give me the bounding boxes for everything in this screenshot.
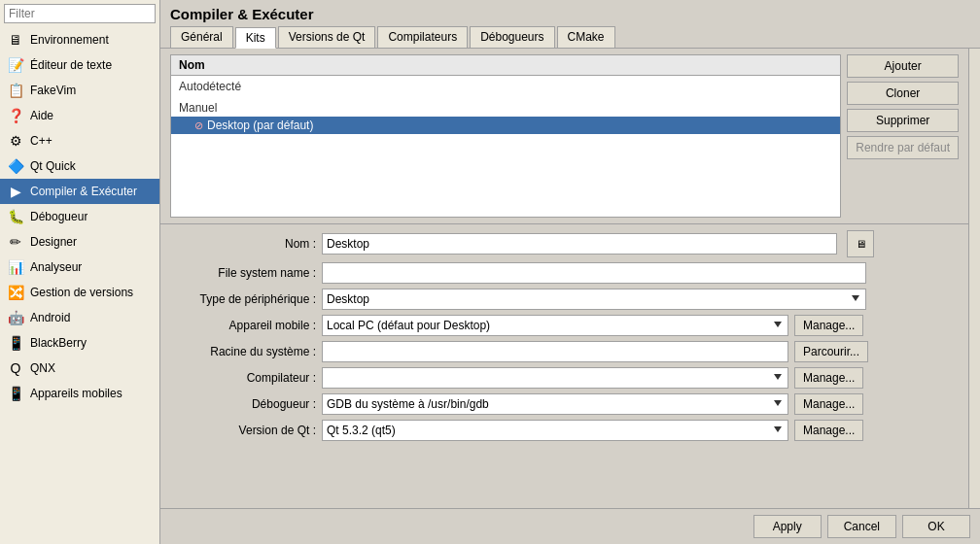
nom-input[interactable] — [322, 233, 837, 255]
sidebar-item-label: Android — [30, 311, 70, 324]
apply-button[interactable]: Apply — [753, 515, 822, 538]
ok-button[interactable]: OK — [902, 515, 970, 538]
panel-inner: Nom Autodétecté Manuel ⊘ Desktop (par dé… — [160, 49, 968, 508]
sidebar-item-label: FakeVim — [30, 84, 76, 97]
prop-row-compilateur: Compilateur : Manage... — [170, 367, 959, 389]
qtversion-select[interactable]: Qt 5.3.2 (qt5) — [322, 420, 788, 441]
sidebar-item-label: QNX — [30, 361, 55, 375]
cancel-button[interactable]: Cancel — [827, 515, 896, 538]
tab-kits[interactable]: Kits — [235, 27, 276, 49]
sidebar-icon: 🔷 — [6, 156, 25, 176]
prop-row-filesystem: File system name : — [170, 262, 959, 284]
sidebar-item-label: Éditeur de texte — [30, 58, 112, 72]
kit-group-autodetect: Autodétecté — [171, 76, 840, 97]
sidebar-item-label: Débogueur — [30, 210, 88, 223]
type-select[interactable]: Desktop — [322, 289, 866, 310]
racine-input[interactable] — [322, 341, 788, 362]
sidebar-icon: 🤖 — [6, 308, 25, 327]
sidebar-item-label: Analyseur — [30, 260, 82, 274]
sidebar-item-c++[interactable]: ⚙C++ — [0, 128, 159, 153]
kit-buttons: Ajouter Cloner Supprimer Rendre par défa… — [847, 54, 959, 218]
main-content: Compiler & Exécuter GénéralKitsVersions … — [160, 0, 980, 544]
sidebar-icon: 📊 — [6, 257, 25, 277]
sidebar-icon: 🔀 — [6, 283, 25, 302]
prop-label-filesystem: File system name : — [170, 266, 316, 280]
sidebar-icon: 📝 — [6, 55, 25, 75]
prop-label-debogueur: Débogueur : — [170, 397, 316, 411]
sidebar-item-qt-quick[interactable]: 🔷Qt Quick — [0, 153, 159, 179]
mobile-manage-button[interactable]: Manage... — [794, 315, 863, 336]
sidebar-item-appareils-mobiles[interactable]: 📱Appareils mobiles — [0, 381, 159, 406]
panel-with-scroll: Nom Autodétecté Manuel ⊘ Desktop (par dé… — [160, 49, 980, 508]
sidebar-icon: 📱 — [6, 333, 25, 353]
compilateur-select[interactable] — [322, 367, 788, 389]
tab-général[interactable]: Général — [170, 26, 233, 48]
qtversion-manage-button[interactable]: Manage... — [794, 420, 863, 441]
compilateur-manage-button[interactable]: Manage... — [794, 367, 863, 389]
sidebar-item-android[interactable]: 🤖Android — [0, 305, 159, 330]
ajouter-button[interactable]: Ajouter — [847, 54, 959, 78]
sidebar-item-fakevim[interactable]: 📋FakeVim — [0, 78, 159, 103]
tab-cmake[interactable]: CMake — [557, 26, 615, 48]
prop-label-racine: Racine du système : — [170, 345, 316, 358]
sidebar-item-aide[interactable]: ❓Aide — [0, 103, 159, 128]
kit-section: Nom Autodétecté Manuel ⊘ Desktop (par dé… — [160, 49, 968, 223]
sidebar-item-compiler-&-exécuter[interactable]: ▶Compiler & Exécuter — [0, 179, 159, 204]
sidebar-icon: ❓ — [6, 106, 25, 125]
sidebar-icon: 📱 — [6, 384, 25, 403]
debogueur-manage-button[interactable]: Manage... — [794, 393, 863, 415]
sidebar-icon: ⚙ — [6, 131, 25, 151]
scrollbar[interactable] — [968, 49, 980, 508]
nom-icon-button[interactable]: 🖥 — [847, 230, 874, 257]
sidebar-item-débogueur[interactable]: 🐛Débogueur — [0, 204, 159, 229]
prop-label-mobile: Appareil mobile : — [170, 319, 316, 332]
bottom-bar: Apply Cancel OK — [160, 508, 980, 544]
tab-versions-de-qt[interactable]: Versions de Qt — [278, 26, 376, 48]
sidebar-item-blackberry[interactable]: 📱BlackBerry — [0, 330, 159, 356]
tab-compilateurs[interactable]: Compilateurs — [377, 26, 468, 48]
filesystem-input[interactable] — [322, 262, 866, 284]
sidebar-item-label: Environnement — [30, 33, 109, 47]
mobile-select[interactable]: Local PC (défaut pour Desktop) — [322, 315, 788, 336]
sidebar-icon: ✏ — [6, 232, 25, 252]
sidebar-item-gestion-de-versions[interactable]: 🔀Gestion de versions — [0, 280, 159, 305]
sidebar-item-environnement[interactable]: 🖥Environnement — [0, 27, 159, 52]
racine-browse-button[interactable]: Parcourir... — [794, 341, 868, 362]
supprimer-button[interactable]: Supprimer — [847, 109, 959, 132]
kit-group-manual-label: Manuel — [171, 99, 840, 117]
error-icon: ⊘ — [194, 119, 203, 132]
page-title: Compiler & Exécuter — [160, 0, 980, 26]
sidebar-icon: 🐛 — [6, 207, 25, 226]
sidebar-item-éditeur-de-texte[interactable]: 📝Éditeur de texte — [0, 52, 159, 78]
sidebar-list: 🖥Environnement📝Éditeur de texte📋FakeVim❓… — [0, 27, 159, 544]
sidebar-icon: ▶ — [6, 182, 25, 201]
kit-list-body: Autodétecté Manuel ⊘ Desktop (par défaut… — [171, 76, 840, 217]
filter-input[interactable] — [4, 4, 156, 23]
sidebar-item-label: Appareils mobiles — [30, 387, 122, 400]
kit-list-header: Nom — [171, 55, 840, 76]
cloner-button[interactable]: Cloner — [847, 82, 959, 105]
sidebar-item-label: Gestion de versions — [30, 286, 133, 299]
kit-item-desktop[interactable]: ⊘ Desktop (par défaut) — [171, 117, 840, 134]
sidebar-icon: 🖥 — [6, 30, 25, 50]
prop-row-qtversion: Version de Qt : Qt 5.3.2 (qt5) Manage... — [170, 420, 959, 441]
debogueur-select[interactable]: GDB du système à /usr/bin/gdb — [322, 393, 788, 415]
prop-label-compilateur: Compilateur : — [170, 371, 316, 385]
sidebar-item-label: Designer — [30, 235, 77, 249]
kit-item-label: Desktop (par défaut) — [207, 119, 313, 132]
prop-row-nom: Nom : 🖥 — [170, 230, 959, 257]
prop-label-qtversion: Version de Qt : — [170, 424, 316, 437]
prop-label-type: Type de périphérique : — [170, 292, 316, 306]
rendre-par-defaut-button[interactable]: Rendre par défaut — [847, 136, 959, 159]
tab-débogueurs[interactable]: Débogueurs — [470, 26, 554, 48]
sidebar-icon: 📋 — [6, 81, 25, 100]
prop-row-racine: Racine du système : Parcourir... — [170, 341, 959, 362]
sidebar-item-designer[interactable]: ✏Designer — [0, 229, 159, 255]
kit-group-manual: Manuel ⊘ Desktop (par défaut) — [171, 97, 840, 136]
tabs-bar: GénéralKitsVersions de QtCompilateursDéb… — [160, 26, 980, 49]
sidebar: 🖥Environnement📝Éditeur de texte📋FakeVim❓… — [0, 0, 160, 544]
sidebar-item-label: Aide — [30, 109, 53, 122]
sidebar-item-analyseur[interactable]: 📊Analyseur — [0, 255, 159, 280]
sidebar-item-label: C++ — [30, 134, 52, 148]
sidebar-item-qnx[interactable]: QQNX — [0, 356, 159, 381]
